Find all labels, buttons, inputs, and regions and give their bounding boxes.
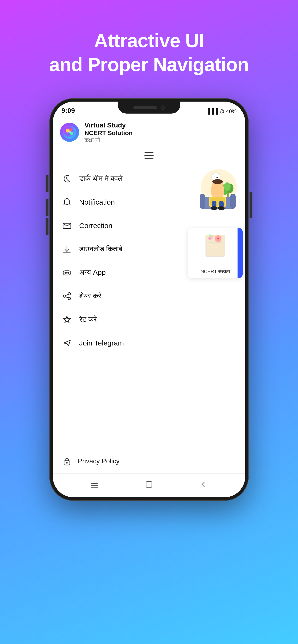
moon-icon [61, 173, 72, 184]
correction-label: Correction [79, 222, 112, 230]
svg-point-40 [65, 272, 66, 274]
menu-item-download-books[interactable]: डाउनलोड किताबे [53, 238, 245, 261]
menu-item-other-apps[interactable]: अन्य App [53, 261, 245, 284]
camera [161, 106, 165, 110]
menu-item-share[interactable]: शेयर करे [53, 284, 245, 308]
menu-item-dark-theme[interactable]: डार्क थीम में बदले [53, 167, 245, 190]
privacy-policy-label: Privacy Policy [78, 457, 119, 465]
nav-home-icon[interactable] [90, 480, 99, 492]
app-title-sub: NCERT Solution [84, 130, 133, 137]
signal-icon: ▐▐▐ [206, 108, 218, 114]
hamburger-line1 [144, 152, 154, 153]
dark-theme-label: डार्क थीम में बदले [79, 174, 123, 183]
download-icon [61, 244, 72, 255]
drawer-content: ♥ NCERT संस्कृत [53, 163, 245, 474]
join-telegram-label: Join Telegram [79, 339, 124, 347]
app-title-lang: कक्षा नौ [84, 137, 133, 144]
apps-icon [61, 267, 72, 278]
phone-screen: 9:09 ▐▐▐ ⌬ 40% [53, 102, 245, 498]
svg-rect-56 [146, 482, 152, 487]
headline-line1: Attractive UI [94, 30, 204, 51]
headline: Attractive UI and Proper Navigation [49, 29, 249, 77]
download-books-label: डाउनलोड किताबे [79, 245, 122, 253]
bell-icon [61, 197, 72, 208]
lock-icon [61, 456, 72, 467]
hamburger-row[interactable] [53, 148, 245, 163]
svg-point-44 [63, 295, 66, 297]
svg-point-45 [68, 297, 71, 300]
app-title-block: Virtual Study NCERT Solution कक्षा नौ [84, 121, 133, 144]
phone-frame: 9:09 ▐▐▐ ⌬ 40% [49, 98, 249, 501]
svg-point-41 [66, 272, 68, 274]
menu-item-rate[interactable]: रेट करे [53, 308, 245, 331]
send-icon [61, 338, 72, 348]
svg-point-42 [68, 272, 69, 274]
envelope-icon [61, 220, 72, 231]
headline-line2: and Proper Navigation [49, 54, 249, 75]
other-apps-label: अन्य App [79, 268, 106, 277]
menu-item-correction[interactable]: Correction [53, 214, 245, 238]
star-icon [61, 314, 72, 325]
share-label: शेयर करे [79, 292, 101, 300]
rate-label: रेट करे [79, 315, 97, 324]
svg-line-47 [66, 296, 68, 298]
bottom-nav [53, 474, 245, 498]
svg-point-5 [68, 130, 71, 133]
wifi-icon: ⌬ [220, 108, 224, 114]
svg-line-50 [67, 344, 68, 346]
share-icon [61, 290, 72, 302]
battery-icon: 40% [226, 108, 237, 114]
svg-point-43 [68, 292, 71, 295]
menu-item-notification[interactable]: Notification [53, 190, 245, 214]
speaker [133, 106, 157, 109]
app-title-main: Virtual Study [84, 121, 133, 130]
notification-label: Notification [79, 198, 115, 206]
hamburger-line2 [144, 155, 154, 156]
app-logo [60, 123, 79, 142]
phone-notch [118, 102, 180, 114]
svg-line-46 [66, 294, 68, 296]
menu-list: डार्क थीम में बदले Notification [53, 163, 245, 359]
nav-square-icon[interactable] [144, 480, 154, 492]
status-icons: ▐▐▐ ⌬ 40% [206, 108, 237, 114]
svg-marker-48 [63, 316, 71, 323]
hamburger-line3 [144, 158, 154, 158]
app-header: Virtual Study NCERT Solution कक्षा नौ [53, 117, 245, 148]
privacy-policy-row[interactable]: Privacy Policy [53, 449, 245, 474]
menu-item-join-telegram[interactable]: Join Telegram [53, 331, 245, 355]
status-time: 9:09 [61, 107, 75, 114]
hamburger-icon[interactable] [144, 152, 154, 158]
svg-point-52 [66, 462, 68, 464]
nav-back-icon[interactable] [199, 480, 208, 492]
svg-marker-49 [64, 340, 70, 346]
